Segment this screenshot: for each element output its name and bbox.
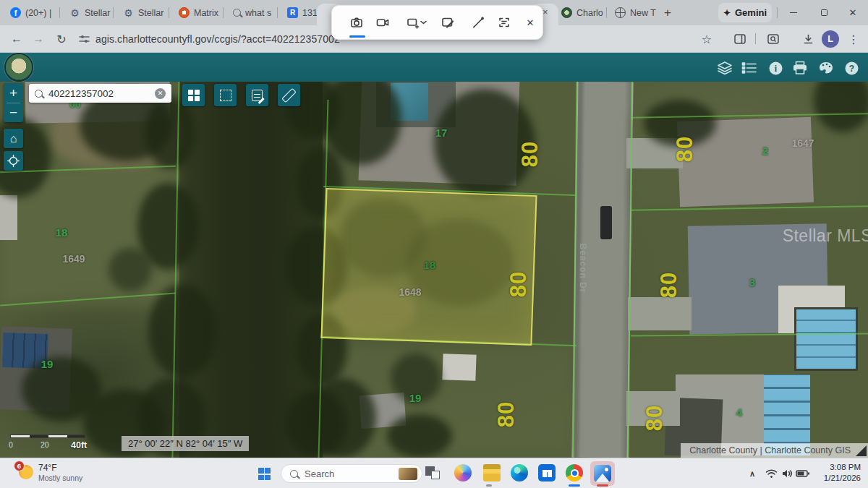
locate-me-button[interactable] xyxy=(4,151,23,171)
gis-map-canvas[interactable]: 00 17 80 18 1649 18 1648 80 19 19 80 80 … xyxy=(0,82,868,458)
gemini-button[interactable]: ✦ Gemini xyxy=(718,3,772,22)
zoom-in-button[interactable]: + xyxy=(9,83,17,103)
taskbar-search-box[interactable]: Search xyxy=(281,464,422,483)
address-bar[interactable]: agis.charlottecountyfl.gov/ccgis/?acct=4… xyxy=(95,25,340,53)
help-icon[interactable]: ? xyxy=(843,59,860,77)
windows-taskbar: 6 74°F Mostly sunny Search xyxy=(0,458,868,488)
measure-button[interactable] xyxy=(278,84,300,106)
window-minimize-button[interactable] xyxy=(783,0,804,25)
bookmark-star-icon[interactable]: ☆ xyxy=(697,25,716,53)
draw-tools-icon[interactable] xyxy=(817,59,835,77)
grid-icon xyxy=(188,90,200,101)
text-extract-icon[interactable] xyxy=(493,12,516,33)
home-extent-button[interactable]: ⌂ xyxy=(4,129,23,148)
window-close-button[interactable]: ✕ xyxy=(842,0,864,25)
chevron-down-icon[interactable] xyxy=(418,12,428,33)
start-button[interactable] xyxy=(258,468,271,480)
video-capture-icon[interactable] xyxy=(371,12,394,33)
lot-width-label: 80 xyxy=(672,136,698,162)
microsoft-store-icon[interactable] xyxy=(538,464,556,481)
tab-label: (20+) | xyxy=(25,8,51,18)
edge-icon[interactable] xyxy=(511,464,528,481)
snipping-tool-app[interactable] xyxy=(590,461,615,486)
legend-list-icon[interactable] xyxy=(741,59,758,77)
print-icon[interactable] xyxy=(791,59,809,77)
tab-label: New T xyxy=(630,8,656,18)
side-panel-icon[interactable] xyxy=(731,25,749,53)
search-icon xyxy=(290,470,298,478)
tray-chevron-icon[interactable]: ∧ xyxy=(745,466,760,481)
tab-stellar-2[interactable]: ⚙ Stellar xyxy=(123,0,163,25)
search-value: 402212357002 xyxy=(48,88,114,99)
layers-icon[interactable] xyxy=(716,59,733,77)
tab-close-icon[interactable]: × xyxy=(542,7,548,17)
map-shed xyxy=(442,354,476,381)
search-highlight-thumbnail xyxy=(399,468,417,480)
parcel-label: 2 xyxy=(762,145,768,157)
parcel-label: 18 xyxy=(424,259,436,271)
tab-matrix[interactable]: Matrix xyxy=(179,0,218,25)
battery-icon[interactable] xyxy=(796,466,810,481)
close-toolbar-icon[interactable]: ✕ xyxy=(519,12,542,33)
tab-label: Stellar xyxy=(85,8,110,18)
tab-separator xyxy=(223,7,224,18)
coordinates-readout: 27° 00′ 22″ N 82° 04′ 15″ W xyxy=(122,436,249,451)
globe-icon xyxy=(615,7,626,18)
download-icon[interactable] xyxy=(799,25,817,53)
snip-open-indicator xyxy=(597,484,608,487)
info-icon[interactable]: i xyxy=(767,59,784,77)
stellar-mls-watermark: Stellar MLS xyxy=(783,226,868,246)
lot-number-label: 1647 xyxy=(791,137,814,149)
basemap-grid-button[interactable] xyxy=(182,84,205,106)
copilot-icon[interactable] xyxy=(454,464,472,481)
back-button[interactable]: ← xyxy=(7,25,26,53)
taskbar-clock[interactable]: 3:08 PM 1/21/2026 xyxy=(812,462,861,484)
tab-new-tab[interactable]: New T xyxy=(615,0,656,25)
speaker-icon[interactable] xyxy=(780,466,794,481)
lot-number-label: 1649 xyxy=(62,253,85,265)
weather-temperature[interactable]: 74°F xyxy=(38,463,56,473)
report-edit-button[interactable] xyxy=(246,84,268,106)
camera-capture-icon[interactable] xyxy=(345,12,368,33)
clear-search-icon[interactable]: ✕ xyxy=(155,88,166,99)
select-area-button[interactable] xyxy=(214,84,237,106)
chrome-icon[interactable] xyxy=(566,464,583,481)
new-tab-button[interactable]: + xyxy=(664,0,671,25)
open-app-indicator xyxy=(486,484,492,487)
map-driveway xyxy=(0,195,17,240)
tab-facebook[interactable]: f (20+) | xyxy=(10,0,51,25)
scale-tick: 40ft xyxy=(71,440,87,450)
county-logo[interactable] xyxy=(6,54,32,80)
file-explorer-icon[interactable] xyxy=(483,464,501,481)
scale-tick: 20 xyxy=(41,440,49,449)
tab-search[interactable]: what s xyxy=(233,0,271,25)
pen-icon[interactable] xyxy=(467,12,490,33)
parcel-label: 18 xyxy=(56,226,68,239)
lot-width-label: 80 xyxy=(656,272,682,298)
task-view-button[interactable] xyxy=(425,465,443,482)
svg-text:?: ? xyxy=(848,64,854,74)
window-restore-button[interactable] xyxy=(813,0,835,25)
desktop-screen: f (20+) | ⚙ Stellar ⚙ Stellar Matrix wha… xyxy=(0,0,868,488)
lot-width-label: 80 xyxy=(493,401,519,427)
remine-icon: R xyxy=(287,7,298,18)
search-tabs-icon[interactable] xyxy=(764,25,783,53)
task-view-icon-front xyxy=(431,471,440,479)
search-icon xyxy=(35,90,43,98)
wifi-icon[interactable] xyxy=(764,466,778,481)
map-driveway xyxy=(628,297,692,330)
zoom-out-button[interactable]: − xyxy=(9,103,17,122)
site-info-icon[interactable] xyxy=(75,25,93,53)
browser-menu-icon[interactable]: ⋮ xyxy=(845,25,862,53)
parcel-search-box[interactable]: 402212357002 ✕ xyxy=(29,84,171,103)
matrix-icon xyxy=(179,7,190,18)
edit-image-icon[interactable] xyxy=(436,12,459,33)
tab-charlotte[interactable]: Charlo xyxy=(561,0,603,25)
clock-date: 1/21/2026 xyxy=(812,473,861,484)
profile-avatar[interactable]: L xyxy=(822,30,839,48)
report-icon xyxy=(252,90,263,101)
forward-button[interactable]: → xyxy=(29,25,48,53)
reload-button[interactable]: ↻ xyxy=(52,25,71,53)
separator xyxy=(777,7,778,18)
tab-stellar-1[interactable]: ⚙ Stellar xyxy=(69,0,110,25)
